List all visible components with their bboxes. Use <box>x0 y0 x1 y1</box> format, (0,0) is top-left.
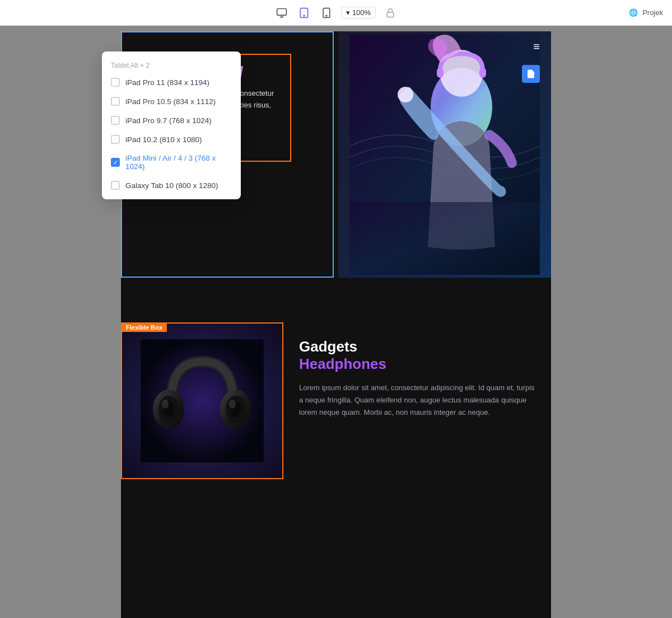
dropdown-label-0: iPad Pro 11 (834 x 1194) <box>125 78 209 87</box>
flexible-box-label: Flexible Box <box>122 323 167 332</box>
svg-rect-14 <box>349 202 540 275</box>
headphones-image <box>122 324 282 478</box>
svg-rect-12 <box>479 68 486 78</box>
dropdown-item-3[interactable]: iPad 10.2 (810 x 1080) <box>102 130 241 149</box>
gadgets-image-box: Flexible Box <box>121 322 283 479</box>
dropdown-item-4[interactable]: ✓ iPad Mini / Air / 4 / 3 (768 x 1024) <box>102 149 241 176</box>
checkbox-3[interactable] <box>111 135 120 144</box>
globe-icon: 🌐 <box>629 8 638 17</box>
svg-rect-0 <box>277 8 287 15</box>
tablet-dropdown: Tablet Alt + 2 iPad Pro 11 (834 x 1194) … <box>102 52 241 199</box>
gadgets-section: Flexible Box <box>121 322 551 479</box>
lock-icon[interactable] <box>382 5 398 21</box>
mobile-icon[interactable] <box>319 5 334 21</box>
gadgets-description: Lorem ipsum dolor sit amet, consectetur … <box>299 382 535 419</box>
dropdown-label-2: iPad Pro 9.7 (768 x 1024) <box>125 116 212 125</box>
desktop-icon[interactable] <box>274 5 290 21</box>
menu-icon[interactable]: ≡ <box>533 40 540 53</box>
checkbox-1[interactable] <box>111 97 120 106</box>
hero-image <box>338 31 551 278</box>
dropdown-header: Tablet Alt + 2 <box>102 56 241 73</box>
gadgets-title-white: Gadgets <box>299 338 535 355</box>
gadgets-title-purple: Headphones <box>299 355 535 373</box>
gap-section <box>121 278 551 322</box>
hero-person-svg <box>349 34 540 275</box>
checkbox-4[interactable]: ✓ <box>111 158 120 167</box>
project-label: Projek <box>642 8 663 17</box>
dropdown-label-4: iPad Mini / Air / 4 / 3 (768 x 1024) <box>125 154 232 171</box>
svg-point-6 <box>326 15 327 16</box>
dropdown-label-1: iPad Pro 10.5 (834 x 1112) <box>125 97 216 106</box>
svg-point-23 <box>229 400 236 409</box>
zoom-control[interactable]: ▾ 100% <box>341 7 376 18</box>
dropdown-item-1[interactable]: iPad Pro 10.5 (834 x 1112) <box>102 92 241 111</box>
dropdown-label-3: iPad 10.2 (810 x 1080) <box>125 135 202 144</box>
svg-rect-11 <box>437 68 444 78</box>
headphones-svg <box>141 339 264 462</box>
svg-point-22 <box>162 400 169 409</box>
dropdown-label-5: Galaxy Tab 10 (800 x 1280) <box>125 181 218 190</box>
dropdown-item-0[interactable]: iPad Pro 11 (834 x 1194) <box>102 73 241 92</box>
doc-icon <box>522 65 540 83</box>
toolbar-center: ▾ 100% <box>274 5 398 21</box>
tablet-icon[interactable] <box>296 5 312 21</box>
checkbox-0[interactable] <box>111 78 120 87</box>
zoom-value: 100% <box>352 8 371 17</box>
toolbar: ▾ 100% 🌐 Projek <box>0 0 672 26</box>
svg-point-13 <box>398 87 413 102</box>
zoom-dropdown-arrow: ▾ <box>346 8 350 17</box>
toolbar-right: 🌐 Projek <box>629 8 663 17</box>
gadgets-content: Gadgets Headphones Lorem ipsum dolor sit… <box>283 322 551 479</box>
checkbox-5[interactable] <box>111 181 120 190</box>
canvas-area: ≡ studio sound Lorem ipsum dolor sit ame… <box>0 26 672 618</box>
svg-rect-7 <box>387 12 394 17</box>
svg-point-4 <box>304 15 305 16</box>
dropdown-item-5[interactable]: Galaxy Tab 10 (800 x 1280) <box>102 176 241 195</box>
checkbox-2[interactable] <box>111 116 120 125</box>
dropdown-item-2[interactable]: iPad Pro 9.7 (768 x 1024) <box>102 111 241 130</box>
